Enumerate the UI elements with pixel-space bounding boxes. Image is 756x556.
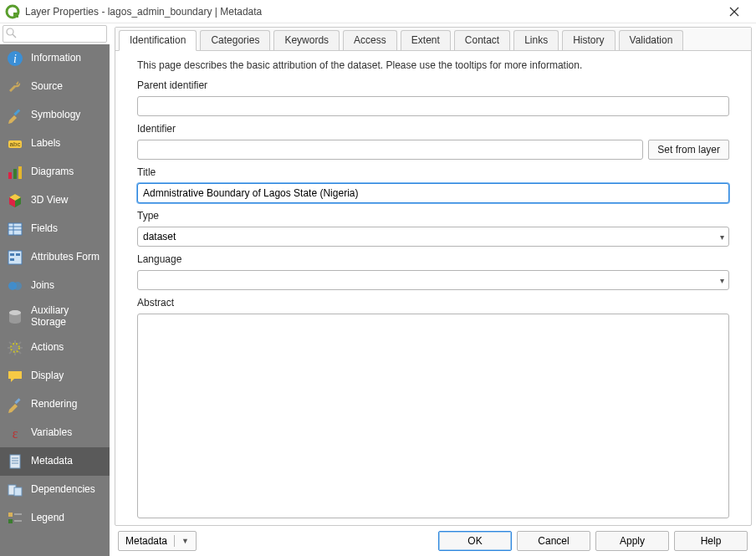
svg-point-25: [9, 310, 21, 315]
sidebar-item-label: Auxiliary Storage: [31, 305, 104, 329]
deps-icon: [6, 481, 24, 499]
sidebar-item-attributes-form[interactable]: Attributes Form: [0, 243, 110, 272]
sidebar-item-variables[interactable]: εVariables: [0, 419, 110, 447]
sidebar-item-label: Joins: [31, 280, 54, 292]
titlebar: Layer Properties - lagos_admin_boundary …: [0, 0, 756, 23]
svg-rect-43: [14, 487, 22, 496]
sidebar-item-symbology[interactable]: Symbology: [0, 101, 110, 130]
abstract-label: Abstract: [137, 297, 729, 309]
cube-icon: [6, 191, 24, 210]
parent-identifier-label: Parent identifier: [137, 79, 729, 91]
form-description: This page describes the basic attributio…: [137, 59, 729, 71]
sidebar-item-joins[interactable]: Joins: [0, 272, 110, 300]
identifier-label: Identifier: [137, 123, 729, 135]
svg-rect-19: [10, 253, 14, 256]
identifier-input[interactable]: [137, 140, 643, 160]
svg-text:ε: ε: [13, 426, 18, 441]
sidebar-search-input[interactable]: [3, 25, 107, 43]
svg-line-32: [18, 351, 21, 354]
svg-point-4: [7, 28, 13, 35]
tab-access[interactable]: Access: [343, 30, 397, 50]
diagrams-icon: [6, 163, 24, 181]
sidebar-item-label: Actions: [31, 342, 64, 354]
title-input[interactable]: [137, 183, 729, 203]
joins-icon: [6, 277, 24, 295]
sidebar-item-3d-view[interactable]: 3D View: [0, 186, 110, 215]
sidebar-item-label: Display: [31, 370, 64, 382]
sidebar-item-label: Legend: [31, 513, 64, 524]
sheet-icon: [6, 452, 24, 471]
sidebar-item-fields[interactable]: Fields: [0, 215, 110, 243]
sidebar-item-actions[interactable]: Actions: [0, 334, 110, 362]
svg-rect-44: [8, 513, 13, 517]
svg-point-26: [12, 344, 18, 351]
tab-bar: IdentificationCategoriesKeywordsAccessEx…: [115, 28, 751, 51]
tab-links[interactable]: Links: [513, 30, 559, 50]
sidebar-search-wrap: [0, 23, 110, 44]
svg-rect-21: [10, 258, 14, 261]
db-icon: [6, 308, 24, 326]
sidebar-item-auxiliary-storage[interactable]: Auxiliary Storage: [0, 300, 110, 334]
svg-rect-8: [13, 109, 20, 115]
svg-rect-20: [16, 253, 20, 256]
parent-identifier-input[interactable]: [137, 96, 729, 116]
language-select[interactable]: [137, 270, 729, 290]
tab-categories[interactable]: Categories: [200, 30, 270, 50]
svg-line-5: [13, 34, 16, 38]
qgis-logo-icon: [5, 4, 20, 19]
svg-rect-12: [13, 169, 17, 179]
sidebar-item-label: Symbology: [31, 110, 80, 121]
sidebar-item-label: Labels: [31, 138, 60, 150]
sidebar-item-source[interactable]: Source: [0, 73, 110, 101]
apply-button[interactable]: Apply: [595, 531, 669, 551]
speech-icon: [6, 367, 24, 385]
fields-icon: [6, 220, 24, 238]
ok-button[interactable]: OK: [438, 531, 512, 551]
tab-extent[interactable]: Extent: [401, 30, 451, 50]
tab-contact[interactable]: Contact: [454, 30, 510, 50]
sidebar-item-dependencies[interactable]: Dependencies: [0, 476, 110, 504]
svg-text:i: i: [13, 53, 17, 65]
info-icon: i: [6, 49, 24, 68]
sidebar-item-display[interactable]: Display: [0, 362, 110, 390]
style-menu-button[interactable]: Metadata ▼: [118, 531, 197, 551]
tab-identification[interactable]: Identification: [119, 30, 197, 51]
label-icon: abc: [6, 135, 24, 153]
tab-validation[interactable]: Validation: [619, 30, 684, 50]
type-select[interactable]: [137, 227, 729, 247]
tab-keywords[interactable]: Keywords: [273, 30, 340, 50]
identification-form: This page describes the basic attributio…: [115, 51, 751, 525]
svg-rect-38: [10, 455, 20, 468]
sidebar-item-information[interactable]: iInformation: [0, 44, 110, 73]
legend-icon: [6, 509, 24, 528]
cancel-button[interactable]: Cancel: [517, 531, 590, 551]
chevron-down-icon: ▼: [181, 537, 189, 545]
tab-history[interactable]: History: [562, 30, 615, 50]
language-label: Language: [137, 253, 729, 265]
help-button[interactable]: Help: [674, 531, 748, 551]
sidebar-item-legend[interactable]: Legend: [0, 504, 110, 533]
sidebar-item-label: Rendering: [31, 399, 77, 411]
window-title: Layer Properties - lagos_admin_boundary …: [25, 6, 718, 18]
sidebar-item-label: Diagrams: [31, 166, 74, 178]
abstract-textarea[interactable]: [137, 314, 729, 518]
sidebar: iInformationSourceSymbologyabcLabelsDiag…: [0, 23, 110, 556]
close-button[interactable]: [718, 0, 751, 23]
svg-rect-13: [18, 166, 22, 179]
set-from-layer-button[interactable]: Set from layer: [648, 140, 729, 160]
svg-line-31: [9, 342, 12, 344]
style-menu-label: Metadata: [125, 535, 167, 547]
sidebar-item-label: 3D View: [31, 195, 68, 207]
sidebar-item-diagrams[interactable]: Diagrams: [0, 158, 110, 186]
sidebar-item-labels[interactable]: abcLabels: [0, 130, 110, 158]
sidebar-item-label: Variables: [31, 427, 72, 439]
svg-line-33: [9, 351, 12, 354]
content-area: IdentificationCategoriesKeywordsAccessEx…: [110, 23, 756, 556]
sidebar-item-rendering[interactable]: Rendering: [0, 390, 110, 419]
tabs-panel: IdentificationCategoriesKeywordsAccessEx…: [115, 27, 752, 526]
wrench-icon: [6, 78, 24, 96]
sidebar-item-metadata[interactable]: Metadata: [0, 447, 110, 476]
sidebar-item-label: Information: [31, 53, 81, 64]
svg-text:abc: abc: [10, 140, 21, 148]
svg-rect-18: [8, 251, 22, 264]
